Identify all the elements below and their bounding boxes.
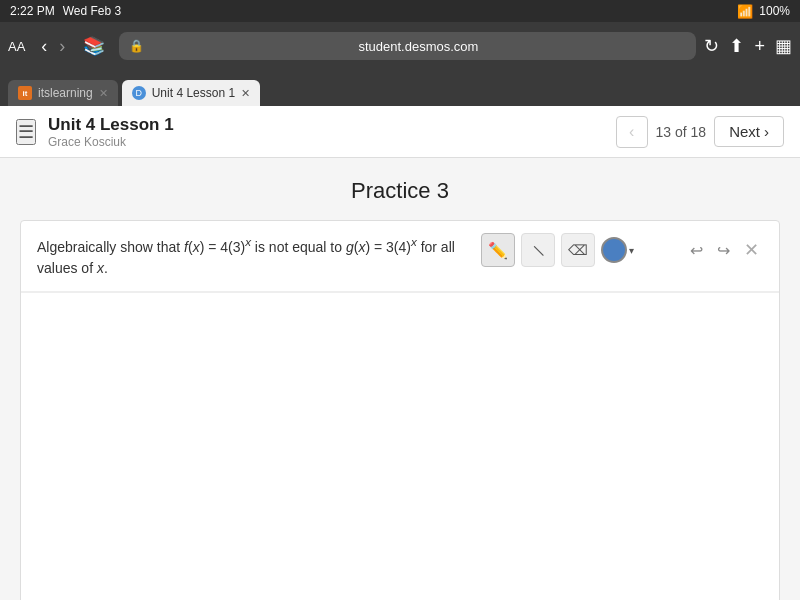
main-area: Practice 3 Algebraically show that f(x) … — [0, 158, 800, 600]
lesson-header-left: ☰ Unit 4 Lesson 1 Grace Kosciuk — [16, 115, 174, 149]
bookmarks-button[interactable]: 📚 — [77, 33, 111, 59]
color-swatch[interactable] — [601, 237, 627, 263]
pen-tool-button[interactable]: ✏️ — [481, 233, 515, 267]
undo-button[interactable]: ↩ — [686, 237, 707, 264]
date-display: Wed Feb 3 — [63, 4, 121, 18]
tab-itslearning-label: itslearning — [38, 86, 93, 100]
browser-toolbar: AA ‹ › 📚 🔒 student.desmos.com ↻ ⬆ + ▦ — [8, 28, 792, 64]
lock-icon: 🔒 — [129, 39, 144, 53]
color-picker[interactable]: ▾ — [601, 237, 634, 263]
status-bar-right: 📶 100% — [737, 4, 790, 19]
browser-chrome: AA ‹ › 📚 🔒 student.desmos.com ↻ ⬆ + ▦ — [0, 22, 800, 74]
next-chevron-icon: › — [764, 123, 769, 140]
drawing-canvas[interactable] — [21, 292, 779, 600]
tab-desmos-label: Unit 4 Lesson 1 — [152, 86, 235, 100]
address-text: student.desmos.com — [150, 39, 686, 54]
lesson-title: Unit 4 Lesson 1 — [48, 115, 174, 135]
page-content: ☰ Unit 4 Lesson 1 Grace Kosciuk ‹ 13 of … — [0, 106, 800, 600]
lesson-author: Grace Kosciuk — [48, 135, 174, 149]
back-button[interactable]: ‹ — [37, 35, 51, 57]
menu-button[interactable]: ☰ — [16, 119, 36, 145]
lesson-header: ☰ Unit 4 Lesson 1 Grace Kosciuk ‹ 13 of … — [0, 106, 800, 158]
lesson-title-block: Unit 4 Lesson 1 Grace Kosciuk — [48, 115, 174, 149]
time-display: 2:22 PM — [10, 4, 55, 18]
redo-button[interactable]: ↪ — [713, 237, 734, 264]
status-bar: 2:22 PM Wed Feb 3 📶 100% — [0, 0, 800, 22]
forward-button[interactable]: › — [55, 35, 69, 57]
tabs-button[interactable]: ▦ — [775, 35, 792, 57]
desmos-favicon: D — [132, 86, 146, 100]
tab-itslearning-close[interactable]: ✕ — [99, 87, 108, 100]
line-tool-button[interactable]: | — [521, 233, 555, 267]
eraser-icon: ⌫ — [568, 242, 588, 258]
question-section: Algebraically show that f(x) = 4(3)x is … — [20, 220, 780, 600]
drawing-toolbar: ✏️ | ⌫ ▾ ↩ — [481, 233, 763, 267]
itslearning-favicon: it — [18, 86, 32, 100]
tab-itslearning[interactable]: it itslearning ✕ — [8, 80, 118, 106]
close-drawing-button[interactable]: ✕ — [740, 235, 763, 265]
undo-icon: ↩ — [690, 242, 703, 259]
aa-text: AA — [8, 39, 25, 54]
wifi-icon: 📶 — [737, 4, 753, 19]
tab-desmos[interactable]: D Unit 4 Lesson 1 ✕ — [122, 80, 260, 106]
question-text: Algebraically show that f(x) = 4(3)x is … — [37, 233, 465, 279]
browser-actions: ↻ ⬆ + ▦ — [704, 35, 792, 57]
address-bar[interactable]: 🔒 student.desmos.com — [119, 32, 696, 60]
page-count: 13 of 18 — [656, 124, 707, 140]
status-bar-left: 2:22 PM Wed Feb 3 — [10, 4, 121, 18]
practice-title: Practice 3 — [20, 178, 780, 204]
battery-display: 100% — [759, 4, 790, 18]
share-button[interactable]: ⬆ — [729, 35, 744, 57]
pen-icon: ✏️ — [488, 241, 508, 260]
lesson-header-right: ‹ 13 of 18 Next › — [616, 116, 784, 148]
next-page-button[interactable]: Next › — [714, 116, 784, 147]
close-icon: ✕ — [744, 240, 759, 260]
nav-buttons: ‹ › — [37, 35, 69, 57]
redo-icon: ↪ — [717, 242, 730, 259]
next-label: Next — [729, 123, 760, 140]
line-icon: | — [531, 243, 545, 257]
color-dropdown-icon[interactable]: ▾ — [629, 245, 634, 256]
tabs-bar: it itslearning ✕ D Unit 4 Lesson 1 ✕ — [0, 74, 800, 106]
question-row: Algebraically show that f(x) = 4(3)x is … — [21, 221, 779, 292]
prev-page-button[interactable]: ‹ — [616, 116, 648, 148]
eraser-tool-button[interactable]: ⌫ — [561, 233, 595, 267]
add-tab-button[interactable]: + — [754, 36, 765, 57]
reload-button[interactable]: ↻ — [704, 35, 719, 57]
tab-desmos-close[interactable]: ✕ — [241, 87, 250, 100]
